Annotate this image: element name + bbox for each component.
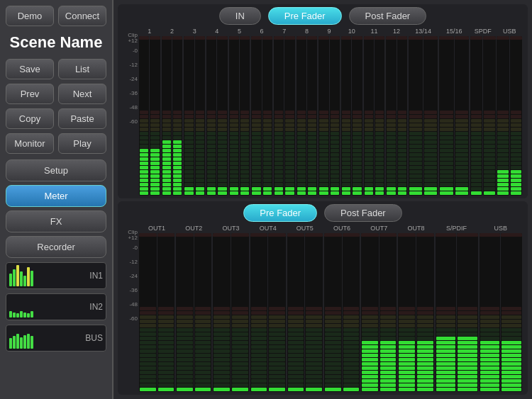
in-button[interactable]: IN [219, 7, 261, 25]
meter-bar-container [262, 36, 272, 196]
meter-bar-container [213, 233, 231, 393]
bottom-post-fader-button[interactable]: Post Fader [324, 204, 402, 222]
scale-12: -12 [123, 62, 139, 76]
bottom-channels-area: OUT1 OUT2 OUT3 OUT4 OUT5 OUT6 OUT7 OUT8 … [139, 225, 522, 393]
list-button[interactable]: List [58, 59, 106, 79]
meter-bar-container [352, 36, 362, 196]
bottom-pre-fader-button[interactable]: Pre Fader [243, 204, 317, 222]
meter-bar-container [150, 36, 160, 196]
ch-label-10: 10 [341, 28, 362, 35]
meter-column [250, 233, 286, 393]
meter-bar-container [194, 233, 212, 393]
meter-button[interactable]: Meter [6, 185, 106, 207]
meter-column [436, 233, 478, 393]
meter-bar-container [217, 36, 227, 196]
ch-label-12: 12 [386, 28, 407, 35]
meter-bar-container [501, 233, 522, 393]
meter-column [409, 36, 438, 196]
meter-bar-container [284, 36, 294, 196]
out-label-1: OUT1 [139, 225, 174, 232]
ch-label-4: 4 [206, 28, 228, 35]
meter-bar-container [379, 233, 397, 393]
meter-bar-container [240, 36, 250, 196]
meter-column [206, 36, 228, 196]
meter-bar-container [206, 36, 216, 196]
b-scale-12: -12 [123, 259, 139, 273]
prev-next-row: Prev Next [6, 84, 106, 104]
meter-bar-container [139, 233, 157, 393]
meter-bar-container [324, 233, 342, 393]
bottom-meters-with-scale: Clip +12 -0 -12 -24 -36 -48 -60 OUT1 OUT… [123, 225, 522, 393]
meter-bar-container [330, 36, 340, 196]
out-label-5: OUT5 [287, 225, 323, 232]
in1-display[interactable]: IN1 [6, 262, 106, 289]
meter-column [139, 36, 160, 196]
ch-label-11: 11 [364, 28, 385, 35]
in1-mini-bars [9, 265, 33, 286]
scale-0: -0 [123, 47, 139, 62]
ch-label-9: 9 [318, 28, 340, 35]
meter-column [176, 233, 211, 393]
ch-label-1516: 15/16 [439, 28, 469, 35]
meter-bar-container [497, 36, 509, 196]
bus-display[interactable]: BUS [6, 325, 106, 352]
meter-bar-container [416, 233, 434, 393]
play-button[interactable]: Play [58, 133, 106, 154]
prev-button[interactable]: Prev [6, 84, 54, 104]
scale-36: -36 [123, 90, 139, 104]
setup-button[interactable]: Setup [6, 159, 106, 181]
top-post-fader-button[interactable]: Post Fader [349, 7, 427, 25]
out-label-spdif: S/PDIF [436, 225, 478, 232]
connect-button[interactable]: Connect [58, 6, 106, 26]
meter-bar-container [510, 36, 522, 196]
top-channel-labels: 1 2 3 4 5 6 7 8 9 10 11 12 13/14 15/16 S… [139, 28, 522, 35]
save-list-row: Save List [6, 59, 106, 79]
meter-bar-container [297, 36, 306, 196]
top-channels-area: 1 2 3 4 5 6 7 8 9 10 11 12 13/14 15/16 S… [139, 28, 522, 196]
scale-12p: +12 [123, 38, 139, 47]
meter-column [251, 36, 272, 196]
meter-bar-container [436, 233, 457, 393]
monitor-button[interactable]: Monitor [6, 133, 54, 154]
bottom-meter-bars [139, 233, 522, 393]
b-scale-24: -24 [123, 273, 139, 287]
meter-bar-container [318, 36, 328, 196]
out-label-usb: USB [480, 225, 522, 232]
in2-display[interactable]: IN2 [6, 293, 106, 320]
meter-bar-container [139, 36, 149, 196]
top-btn-row: Demo Connect [6, 6, 106, 26]
b-scale-36: -36 [123, 287, 139, 301]
bus-label: BUS [85, 333, 103, 343]
b-scale-0: -0 [123, 245, 139, 259]
scale-60: -60 [123, 118, 139, 133]
ch-label-1314: 13/14 [409, 28, 438, 35]
meter-column [341, 36, 362, 196]
save-button[interactable]: Save [6, 59, 54, 79]
in2-label: IN2 [89, 302, 103, 312]
fx-button[interactable]: FX [6, 210, 106, 232]
meter-column [497, 36, 522, 196]
top-pre-fader-button[interactable]: Pre Fader [268, 7, 342, 25]
paste-button[interactable]: Paste [58, 108, 106, 129]
meter-bar-container [176, 233, 194, 393]
meter-column [439, 36, 469, 196]
next-button[interactable]: Next [58, 84, 106, 104]
meter-column [361, 233, 397, 393]
recorder-button[interactable]: Recorder [6, 236, 106, 258]
meter-bar-container [423, 36, 438, 196]
b-scale-60: -60 [123, 315, 139, 330]
ch-label-2: 2 [162, 28, 183, 35]
scale-48: -48 [123, 104, 139, 118]
out-label-2: OUT2 [176, 225, 211, 232]
meter-bar-container [195, 36, 205, 196]
meter-bar-container [455, 36, 469, 196]
meter-bar-container [483, 36, 495, 196]
meter-column [287, 233, 323, 393]
meter-bar-container [274, 36, 284, 196]
scene-name: Scene Name [6, 30, 106, 55]
meter-bar-container [162, 36, 172, 196]
ch-label-usb: USB [497, 28, 522, 35]
demo-button[interactable]: Demo [6, 6, 54, 26]
copy-button[interactable]: Copy [6, 108, 54, 129]
meter-column [229, 36, 250, 196]
